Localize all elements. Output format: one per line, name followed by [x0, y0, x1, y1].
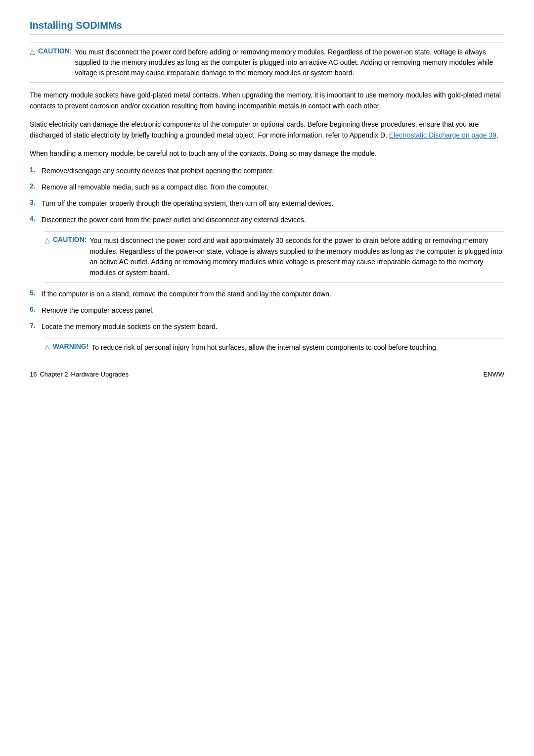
step-3-number: 3.: [30, 198, 42, 206]
step-5-text: If the computer is on a stand, remove th…: [42, 289, 331, 299]
paragraph-2-text-after: .: [496, 131, 498, 139]
steps-list: 1. Remove/disengage any security devices…: [30, 166, 504, 357]
page-title: Installing SODIMMs: [30, 20, 504, 35]
caution-label-2: CAUTION:: [53, 236, 87, 243]
step-1-number: 1.: [30, 166, 42, 174]
warning-label-1: WARNING!: [53, 342, 89, 350]
caution-label-1: CAUTION:: [38, 47, 72, 55]
step-2: 2. Remove all removable media, such as a…: [30, 182, 504, 192]
paragraph-3: When handling a memory module, be carefu…: [30, 148, 504, 159]
caution-text-1: You must disconnect the power cord befor…: [75, 47, 504, 78]
step-5: 5. If the computer is on a stand, remove…: [30, 289, 504, 299]
step-6-number: 6.: [30, 305, 42, 313]
warning-text-1: To reduce risk of personal injury from h…: [91, 342, 438, 353]
step-7-text: Locate the memory module sockets on the …: [42, 322, 218, 332]
step-3-text: Turn off the computer properly through t…: [42, 198, 333, 209]
step-1: 1. Remove/disengage any security devices…: [30, 166, 504, 176]
step-3: 3. Turn off the computer properly throug…: [30, 198, 504, 209]
step-2-number: 2.: [30, 182, 42, 190]
step-1-text: Remove/disengage any security devices th…: [42, 166, 274, 176]
footer-chapter-label: Hardware Upgrades: [71, 371, 129, 378]
paragraph-1: The memory module sockets have gold-plat…: [30, 90, 504, 112]
paragraph-2: Static electricity can damage the electr…: [30, 119, 504, 141]
warning-box-1: △ WARNING! To reduce risk of personal in…: [44, 338, 504, 357]
step-6: 6. Remove the computer access panel.: [30, 305, 504, 316]
step-7: 7. Locate the memory module sockets on t…: [30, 322, 504, 332]
step-4-number: 4.: [30, 215, 42, 223]
caution-box-1: △ CAUTION: You must disconnect the power…: [30, 43, 504, 83]
page-footer: 16 Chapter 2 Hardware Upgrades ENWW: [30, 371, 504, 378]
caution-text-2: You must disconnect the power cord and w…: [89, 236, 504, 279]
footer-chapter: Chapter 2: [40, 371, 68, 378]
step-4-text: Disconnect the power cord from the power…: [42, 215, 306, 225]
caution-icon-1: △: [30, 47, 35, 55]
step-7-number: 7.: [30, 322, 42, 330]
warning-icon-1: △: [44, 343, 50, 351]
step-6-text: Remove the computer access panel.: [42, 305, 154, 316]
footer-locale: ENWW: [483, 371, 504, 378]
caution-box-2: △ CAUTION: You must disconnect the power…: [44, 231, 504, 283]
caution-icon-2: △: [44, 236, 50, 244]
step-2-text: Remove all removable media, such as a co…: [42, 182, 268, 192]
footer-page-number: 16: [30, 371, 37, 378]
step-5-number: 5.: [30, 289, 42, 297]
step-4: 4. Disconnect the power cord from the po…: [30, 215, 504, 225]
electrostatic-discharge-link[interactable]: Electrostatic Discharge on page 39: [389, 131, 496, 139]
